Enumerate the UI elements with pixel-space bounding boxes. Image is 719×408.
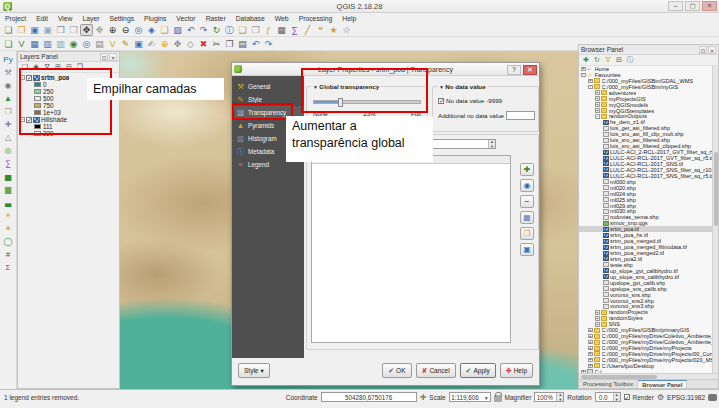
expander-icon[interactable]: − bbox=[588, 85, 593, 90]
delete-selected-button[interactable]: ✖ bbox=[197, 38, 210, 50]
properties-button[interactable]: ⓘ bbox=[625, 55, 635, 65]
identify-features-button[interactable]: ⓘ bbox=[223, 24, 236, 36]
create-new-layer-button[interactable]: ❏ bbox=[2, 38, 15, 50]
select-features-button[interactable]: ❑ bbox=[236, 24, 249, 36]
pan-map-button[interactable]: ✥ bbox=[80, 24, 93, 36]
no-data-checkbox[interactable] bbox=[438, 98, 444, 104]
cut-features-button[interactable]: ✂ bbox=[210, 38, 223, 50]
expander-icon[interactable]: + bbox=[595, 90, 600, 95]
remove-layer-button[interactable]: ❒ bbox=[75, 62, 85, 72]
mouse-track-icon[interactable]: ✛ bbox=[420, 393, 427, 402]
collapse-all-button[interactable]: ⊟ bbox=[64, 62, 74, 72]
measure-button[interactable]: ╱ bbox=[301, 24, 314, 36]
zoom-to-selection-button[interactable]: ❑ bbox=[158, 24, 171, 36]
expander-icon[interactable]: − bbox=[20, 117, 25, 122]
add-wms-layer-button[interactable]: ◉ bbox=[67, 38, 80, 50]
close-panel-icon[interactable]: ✕ bbox=[708, 46, 716, 54]
undo-button[interactable]: ↶ bbox=[249, 38, 262, 50]
expander-icon[interactable]: + bbox=[588, 334, 593, 339]
menu-item[interactable]: Edit bbox=[31, 15, 53, 22]
default-values-button[interactable]: ▦ bbox=[520, 211, 534, 224]
globe-button[interactable]: ◎ bbox=[1, 144, 15, 157]
composer-manager-button[interactable]: ❒ bbox=[67, 24, 80, 36]
spinner-arrows-icon[interactable]: ▲▼ bbox=[556, 393, 563, 401]
grid-tools-button[interactable]: # bbox=[1, 248, 15, 261]
zoom-to-layer-button[interactable]: ▨ bbox=[171, 24, 184, 36]
vertical-scrollbar[interactable] bbox=[712, 66, 718, 373]
toggle-editing-button[interactable]: ✎ bbox=[119, 38, 132, 50]
add-spatialite-layer-button[interactable]: ▥ bbox=[54, 38, 67, 50]
new-project-button[interactable]: ❏ bbox=[2, 24, 15, 36]
layer-checkbox[interactable] bbox=[26, 75, 32, 81]
apply-button[interactable]: ✔Apply bbox=[460, 363, 496, 378]
expander-icon[interactable]: + bbox=[595, 316, 600, 321]
shadow-effect-button[interactable]: ☀ bbox=[1, 222, 15, 235]
zoom-full-button[interactable]: ◈ bbox=[145, 24, 158, 36]
layer-tree-item[interactable]: 750 bbox=[18, 102, 119, 109]
add-vector-layer-button[interactable]: V bbox=[15, 38, 28, 50]
expander-icon[interactable]: − bbox=[20, 75, 25, 80]
zoom-in-button[interactable]: ⊕ bbox=[106, 24, 119, 36]
refresh-browser-button[interactable]: ↻ bbox=[592, 55, 602, 65]
new-print-composer-button[interactable]: ❒ bbox=[54, 24, 67, 36]
expander-icon[interactable]: + bbox=[588, 364, 593, 369]
menu-item[interactable]: Database bbox=[231, 15, 270, 22]
maximize-button[interactable]: ▢ bbox=[685, 1, 700, 11]
layer-tree-item[interactable]: − Hillshade bbox=[18, 116, 119, 123]
menu-item[interactable]: Project bbox=[0, 15, 31, 22]
label-stats-button[interactable]: Σ bbox=[1, 261, 15, 274]
add-wfs-layer-button[interactable]: ◎ bbox=[80, 38, 93, 50]
add-delimited-text-button[interactable]: ▤ bbox=[93, 38, 106, 50]
save-project-as-button[interactable]: ▣ bbox=[41, 24, 54, 36]
menu-item[interactable]: Web bbox=[270, 15, 294, 22]
combo-arrows-icon[interactable]: ▲▼ bbox=[488, 140, 495, 148]
pan-to-selection-button[interactable]: ✥ bbox=[93, 24, 106, 36]
ok-button[interactable]: ✔OK bbox=[382, 363, 411, 378]
zoom-out-button[interactable]: ⊖ bbox=[119, 24, 132, 36]
add-feature-button[interactable]: ⊕ bbox=[158, 38, 171, 50]
add-group-button[interactable]: ❏ bbox=[20, 62, 30, 72]
remove-selected-row-button[interactable]: − bbox=[520, 195, 534, 208]
expander-icon[interactable]: + bbox=[595, 108, 600, 113]
filter-browser-button[interactable]: ∇ bbox=[603, 55, 613, 65]
dialog-tab[interactable]: ⚒ General bbox=[232, 80, 304, 93]
filter-legend-button[interactable]: ∇ bbox=[42, 62, 52, 72]
coordinate-input[interactable]: 504280,6750176 bbox=[321, 392, 417, 402]
manage-map-themes-button[interactable]: ◉ bbox=[31, 62, 41, 72]
field-calculator-button[interactable]: ∑ bbox=[288, 24, 301, 36]
expander-icon[interactable]: − bbox=[581, 73, 586, 78]
float-panel-icon[interactable]: ⊡ bbox=[699, 46, 707, 54]
python-console-button[interactable]: Py bbox=[1, 53, 15, 66]
menu-item[interactable]: Layer bbox=[77, 15, 104, 22]
help-button[interactable]: ✥Help bbox=[500, 363, 533, 378]
magnifier-spinner[interactable]: 100%▲▼ bbox=[534, 392, 564, 402]
menu-item[interactable]: Plugins bbox=[139, 15, 171, 22]
render-checkbox[interactable] bbox=[624, 394, 630, 400]
rotation-spinner[interactable]: 0.0▲▼ bbox=[595, 392, 621, 402]
minimize-button[interactable]: – bbox=[668, 1, 683, 11]
layer-tree-item[interactable]: 1e+03 bbox=[18, 109, 119, 116]
sun-effect-button[interactable]: ☀ bbox=[1, 209, 15, 222]
expander-icon[interactable]: + bbox=[588, 79, 593, 84]
open-project-button[interactable]: ❐ bbox=[15, 24, 28, 36]
expand-all-button[interactable]: ⊞ bbox=[53, 62, 63, 72]
current-edits-button[interactable]: ✍ bbox=[145, 38, 158, 50]
zoom-native-button[interactable]: ◎ bbox=[132, 24, 145, 36]
global-transparency-slider[interactable] bbox=[313, 100, 421, 104]
new-shapefile-layer-button[interactable]: V bbox=[106, 38, 119, 50]
expander-icon[interactable]: − bbox=[595, 114, 600, 119]
menu-item[interactable]: View bbox=[53, 15, 78, 22]
statistics-button[interactable]: ∑ bbox=[1, 157, 15, 170]
menu-item[interactable]: Raster bbox=[201, 15, 231, 22]
select-by-expression-button[interactable]: ƒ bbox=[262, 24, 275, 36]
expander-icon[interactable]: + bbox=[595, 310, 600, 315]
float-panel-icon[interactable]: ⊡ bbox=[100, 53, 108, 61]
close-button[interactable]: ✕ bbox=[702, 1, 717, 11]
menu-item[interactable]: Vector bbox=[171, 15, 200, 22]
save-layer-edits-button[interactable]: ▣ bbox=[132, 38, 145, 50]
expander-icon[interactable]: + bbox=[588, 346, 593, 351]
expander-icon[interactable]: + bbox=[595, 102, 600, 107]
deselect-features-button[interactable]: ❒ bbox=[249, 24, 262, 36]
add-postgis-layer-button[interactable]: ▥ bbox=[41, 38, 54, 50]
epsg-label[interactable]: EPSG:31982 bbox=[667, 394, 705, 401]
